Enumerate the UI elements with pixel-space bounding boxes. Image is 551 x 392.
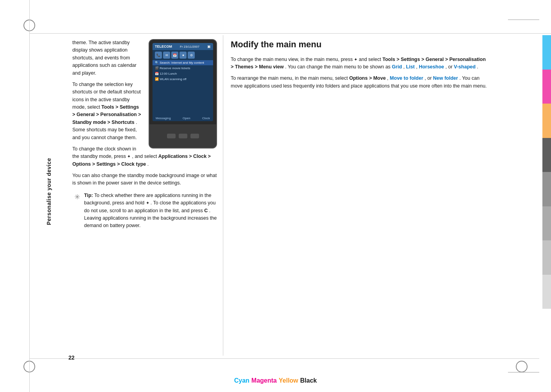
section-title: Modify the main menu <box>231 39 489 50</box>
tip-symbol: ✦ <box>146 200 151 205</box>
swatch-yellow <box>542 104 551 138</box>
color-swatches <box>542 35 551 309</box>
right-para1-end: . You can change the main menu to be sho… <box>285 64 391 70</box>
phone-date: Fr 23/11/2007 <box>180 45 199 48</box>
right-para1-grid: Grid <box>392 64 402 70</box>
right-para2-start: To rearrange the main menu, in the main … <box>231 75 348 81</box>
phone-icon-2: ✉ <box>163 52 170 59</box>
right-para1-vshaped: V-shaped <box>454 64 476 70</box>
swatch-black <box>542 138 551 172</box>
phone-key-2 <box>179 134 187 138</box>
phone-key-3 <box>190 134 199 138</box>
top-right-line <box>508 20 539 20</box>
right-para2-link3: New folder <box>433 75 458 81</box>
right-or: , or <box>445 64 452 70</box>
phone-keypad <box>149 124 216 148</box>
phone-indicator: ▣ <box>207 45 211 48</box>
right-para2-link2: Move to folder <box>390 75 423 81</box>
sidebar-label: Personalise your device <box>46 158 52 225</box>
color-label-magenta: Magenta <box>251 377 277 384</box>
bottom-line <box>29 358 539 359</box>
sidebar: Personalise your device <box>31 39 66 344</box>
tip-c-key: C <box>204 208 208 213</box>
tip-content: Tip: To check whether there are applicat… <box>84 192 217 230</box>
left-intro-text: theme. The active standby display shows … <box>72 40 136 76</box>
left-para2: To change the clock shown in the standby… <box>72 145 217 168</box>
reg-mark-bottom-right <box>516 361 528 372</box>
phone-icon-1: 📞 <box>155 52 162 59</box>
tip-label: Tip: <box>84 193 93 198</box>
right-para2-link: Options > Move <box>349 75 386 81</box>
right-period: . <box>477 64 478 70</box>
page-number: 22 <box>68 354 75 361</box>
menu-symbol-2: ✦ <box>354 57 359 62</box>
tip-box: ✳ Tip: To check whether there are applic… <box>74 192 217 230</box>
phone-image: TELECOM Fr 23/11/2007 ▣ 📞 ✉ 📅 ★ ⚙ 🔍 Sear… <box>149 39 217 149</box>
right-para1-mid: and select <box>359 57 382 62</box>
right-para1-horseshoe: Horseshoe <box>419 64 444 70</box>
swatch-cyan <box>542 35 551 70</box>
phone-image-container: TELECOM Fr 23/11/2007 ▣ 📞 ✉ 📅 ★ ⚙ 🔍 Sear… <box>149 39 217 149</box>
left-column: TELECOM Fr 23/11/2007 ▣ 📞 ✉ 📅 ★ ⚙ 🔍 Sear… <box>68 35 221 234</box>
left-para2-comma: , and select <box>132 154 158 159</box>
color-label-cyan: Cyan <box>234 377 249 384</box>
phone-icons-row: 📞 ✉ 📅 ★ ⚙ <box>153 50 213 60</box>
swatch-gray2 <box>542 206 551 241</box>
phone-menu-item-2: 🎬 Reserve movie tickets <box>153 66 213 71</box>
phone-label-messaging: Messaging <box>156 116 171 120</box>
bottom-right-line <box>508 372 539 372</box>
right-column: Modify the main menu To change the main … <box>227 35 493 98</box>
left-para3: You can also change the standby mode bac… <box>72 172 217 187</box>
phone-screen: TELECOM Fr 23/11/2007 ▣ 📞 ✉ 📅 ★ ⚙ 🔍 Sear… <box>153 43 213 121</box>
phone-icon-4: ★ <box>179 52 187 59</box>
right-para1-start: To change the main menu view, in the mai… <box>231 57 353 62</box>
color-label-yellow: Yellow <box>279 377 298 384</box>
phone-menu-item-1: 🔍 Search: Internet and My content <box>153 60 213 66</box>
menu-symbol-1: ✦ <box>127 154 132 159</box>
color-label-black: Black <box>300 377 317 384</box>
swatch-magenta <box>542 70 551 104</box>
phone-key-1 <box>167 134 176 138</box>
swatch-gray3 <box>542 240 551 275</box>
right-para2-comma: , <box>387 75 388 81</box>
top-line <box>29 33 551 34</box>
color-bar: Cyan Magenta Yellow Black <box>0 377 551 384</box>
right-para2: To rearrange the main menu, in the main … <box>231 75 489 90</box>
swatch-gray4 <box>542 275 551 309</box>
phone-menu-item-4: 📶 WLAN scanning off <box>153 77 213 82</box>
phone-menu-item-3: 📅 12:00 Lunch <box>153 71 213 77</box>
left-para2-end: . <box>147 161 149 167</box>
column-divider <box>223 35 223 356</box>
tip-icon: ✳ <box>74 193 80 230</box>
phone-label-clock: Clock <box>202 116 210 120</box>
right-comma2: , <box>416 64 419 70</box>
right-para1-list: List <box>406 64 415 70</box>
right-para1: To change the main menu view, in the mai… <box>231 56 489 71</box>
phone-icon-3: 📅 <box>171 52 178 59</box>
phone-carrier: TELECOM <box>155 45 172 48</box>
phone-icon-5: ⚙ <box>188 52 195 59</box>
left-para2-start: To change the clock shown in the standby… <box>72 146 136 159</box>
swatch-gray1 <box>542 172 551 206</box>
right-para2-or: , or <box>425 75 432 81</box>
side-line-left <box>29 0 30 392</box>
phone-bottom-bar: Messaging Open Clock <box>153 115 213 121</box>
phone-label-open: Open <box>183 116 190 120</box>
phone-header: TELECOM Fr 23/11/2007 ▣ <box>153 43 213 50</box>
